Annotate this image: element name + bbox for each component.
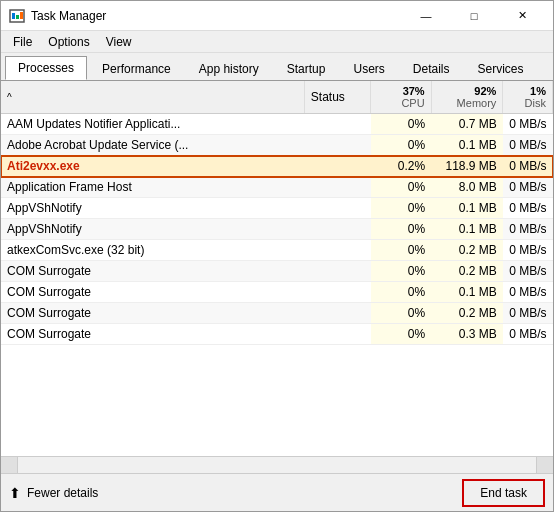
process-name: AAM Updates Notifier Applicati...	[1, 114, 304, 135]
col-header-memory[interactable]: 92% Memory	[431, 81, 503, 114]
close-button[interactable]: ✕	[499, 1, 545, 31]
process-name: COM Surrogate	[1, 303, 304, 324]
process-memory: 0.1 MB	[431, 198, 503, 219]
table-row[interactable]: Ati2evxx.exe0.2%118.9 MB0 MB/s	[1, 156, 553, 177]
process-name: COM Surrogate	[1, 261, 304, 282]
tab-services[interactable]: Services	[465, 56, 537, 80]
process-name: atkexComSvc.exe (32 bit)	[1, 240, 304, 261]
chevron-up-icon: ⬆	[9, 485, 21, 501]
tab-startup[interactable]: Startup	[274, 56, 339, 80]
process-status	[304, 177, 370, 198]
menu-view[interactable]: View	[98, 33, 140, 51]
process-name: Adobe Acrobat Update Service (...	[1, 135, 304, 156]
horizontal-scrollbar[interactable]	[1, 456, 553, 473]
tab-bar: Processes Performance App history Startu…	[1, 53, 553, 81]
process-cpu: 0%	[371, 114, 432, 135]
task-manager-window: Task Manager — □ ✕ File Options View Pro…	[0, 0, 554, 512]
process-memory: 0.1 MB	[431, 282, 503, 303]
process-cpu: 0%	[371, 198, 432, 219]
app-icon	[9, 8, 25, 24]
table-row[interactable]: COM Surrogate0%0.3 MB0 MB/s	[1, 324, 553, 345]
process-memory: 0.2 MB	[431, 303, 503, 324]
process-disk: 0 MB/s	[503, 135, 553, 156]
minimize-button[interactable]: —	[403, 1, 449, 31]
title-bar: Task Manager — □ ✕	[1, 1, 553, 31]
col-header-status[interactable]: Status	[304, 81, 370, 114]
process-disk: 0 MB/s	[503, 324, 553, 345]
bottom-bar: ⬆ Fewer details End task	[1, 473, 553, 511]
process-memory: 0.2 MB	[431, 261, 503, 282]
table-row[interactable]: AppVShNotify0%0.1 MB0 MB/s	[1, 198, 553, 219]
cpu-percent: 37%	[377, 85, 425, 97]
process-disk: 0 MB/s	[503, 219, 553, 240]
process-cpu: 0%	[371, 177, 432, 198]
process-cpu: 0%	[371, 324, 432, 345]
process-cpu: 0%	[371, 282, 432, 303]
process-disk: 0 MB/s	[503, 114, 553, 135]
process-cpu: 0%	[371, 219, 432, 240]
process-status	[304, 198, 370, 219]
fewer-details-label: Fewer details	[27, 486, 98, 500]
process-memory: 0.3 MB	[431, 324, 503, 345]
disk-percent: 1%	[509, 85, 546, 97]
process-status	[304, 219, 370, 240]
table-row[interactable]: AAM Updates Notifier Applicati...0%0.7 M…	[1, 114, 553, 135]
tab-processes[interactable]: Processes	[5, 56, 87, 80]
process-name: Application Frame Host	[1, 177, 304, 198]
window-controls: — □ ✕	[403, 1, 545, 31]
table-row[interactable]: COM Surrogate0%0.2 MB0 MB/s	[1, 261, 553, 282]
process-memory: 118.9 MB	[431, 156, 503, 177]
table-row[interactable]: AppVShNotify0%0.1 MB0 MB/s	[1, 219, 553, 240]
tab-users[interactable]: Users	[340, 56, 397, 80]
col-header-name[interactable]: ^	[1, 81, 304, 114]
process-status	[304, 135, 370, 156]
menu-options[interactable]: Options	[40, 33, 97, 51]
process-name: COM Surrogate	[1, 282, 304, 303]
svg-rect-3	[20, 12, 23, 19]
svg-rect-2	[16, 15, 19, 19]
menu-file[interactable]: File	[5, 33, 40, 51]
process-disk: 0 MB/s	[503, 240, 553, 261]
table-row[interactable]: Adobe Acrobat Update Service (...0%0.1 M…	[1, 135, 553, 156]
process-cpu: 0%	[371, 240, 432, 261]
process-memory: 8.0 MB	[431, 177, 503, 198]
process-cpu: 0%	[371, 303, 432, 324]
process-cpu: 0%	[371, 261, 432, 282]
col-header-disk[interactable]: 1% Disk	[503, 81, 553, 114]
process-cpu: 0%	[371, 135, 432, 156]
status-label: Status	[311, 90, 345, 104]
col-header-cpu[interactable]: 37% CPU	[371, 81, 432, 114]
process-disk: 0 MB/s	[503, 156, 553, 177]
processes-table: ^ Status 37% CPU	[1, 81, 553, 345]
fewer-details-button[interactable]: ⬆ Fewer details	[9, 485, 98, 501]
memory-percent: 92%	[438, 85, 497, 97]
process-disk: 0 MB/s	[503, 177, 553, 198]
svg-rect-1	[12, 13, 15, 19]
process-memory: 0.1 MB	[431, 219, 503, 240]
process-cpu: 0.2%	[371, 156, 432, 177]
tab-details[interactable]: Details	[400, 56, 463, 80]
maximize-button[interactable]: □	[451, 1, 497, 31]
disk-label: Disk	[509, 97, 546, 109]
process-disk: 0 MB/s	[503, 303, 553, 324]
table-row[interactable]: COM Surrogate0%0.2 MB0 MB/s	[1, 303, 553, 324]
table-scroll[interactable]: ^ Status 37% CPU	[1, 81, 553, 456]
table-row[interactable]: Application Frame Host0%8.0 MB0 MB/s	[1, 177, 553, 198]
process-memory: 0.7 MB	[431, 114, 503, 135]
process-status	[304, 114, 370, 135]
cpu-label: CPU	[377, 97, 425, 109]
tab-performance[interactable]: Performance	[89, 56, 184, 80]
end-task-button[interactable]: End task	[462, 479, 545, 507]
process-name: AppVShNotify	[1, 219, 304, 240]
process-status	[304, 282, 370, 303]
process-memory: 0.2 MB	[431, 240, 503, 261]
process-status	[304, 261, 370, 282]
table-row[interactable]: COM Surrogate0%0.1 MB0 MB/s	[1, 282, 553, 303]
memory-label: Memory	[438, 97, 497, 109]
table-row[interactable]: atkexComSvc.exe (32 bit)0%0.2 MB0 MB/s	[1, 240, 553, 261]
process-disk: 0 MB/s	[503, 261, 553, 282]
tab-app-history[interactable]: App history	[186, 56, 272, 80]
process-memory: 0.1 MB	[431, 135, 503, 156]
sort-arrow-icon: ^	[7, 92, 12, 103]
main-content: ^ Status 37% CPU	[1, 81, 553, 473]
